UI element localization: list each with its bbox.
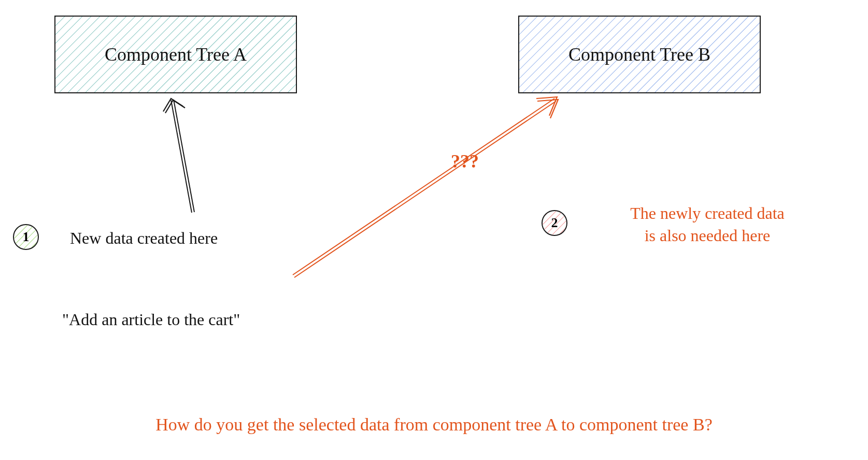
bottom-question: How do you get the selected data from co… — [31, 415, 837, 435]
arrow-to-tree-a — [143, 96, 205, 215]
note-new-data-created: New data created here — [70, 227, 218, 249]
component-tree-a-box: Component Tree A — [54, 16, 297, 93]
note-needed-here: The newly created data is also needed he… — [591, 202, 824, 247]
component-tree-b-label: Component Tree B — [568, 44, 710, 65]
svg-line-5 — [174, 100, 194, 212]
component-tree-a-label: Component Tree A — [105, 44, 247, 65]
badge-step-1: 1 — [13, 224, 39, 250]
diagram-stage: Component Tree A Component Tree B ??? — [0, 0, 868, 460]
arrow-to-tree-b — [290, 91, 565, 277]
note-needed-here-line2: is also needed here — [591, 225, 824, 247]
component-tree-b-box: Component Tree B — [518, 16, 761, 93]
svg-line-7 — [294, 101, 556, 277]
badge-1-number: 1 — [23, 229, 30, 245]
question-marks: ??? — [451, 150, 479, 172]
svg-line-4 — [171, 100, 192, 213]
badge-step-2: 2 — [542, 210, 567, 236]
note-add-article: "Add an article to the cart" — [62, 309, 240, 331]
badge-2-number: 2 — [551, 215, 558, 231]
svg-line-6 — [293, 99, 554, 275]
note-needed-here-line1: The newly created data — [591, 202, 824, 225]
